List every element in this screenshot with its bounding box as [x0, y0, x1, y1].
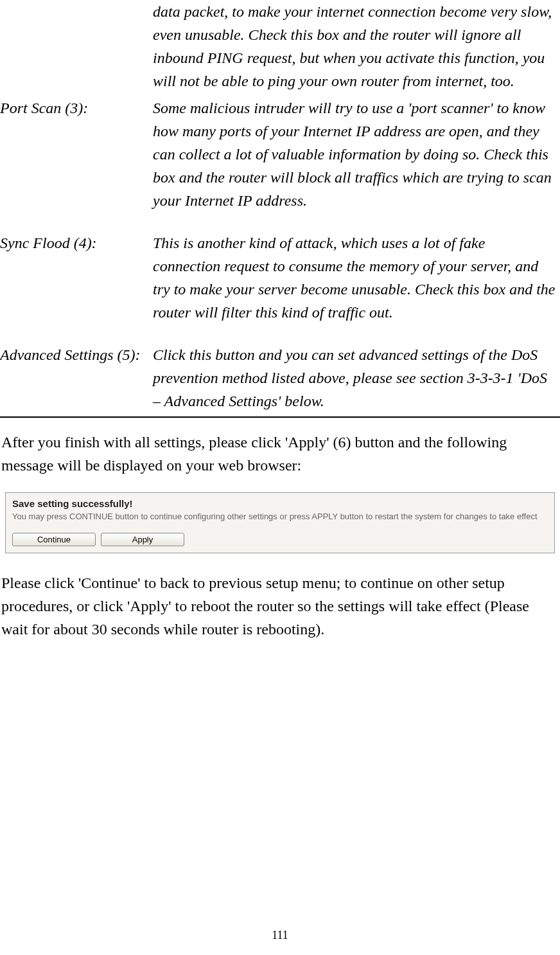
paragraph-continue-apply: Please click 'Continue' to back to previ…	[0, 571, 560, 641]
definition-desc-port-scan: Some malicious intruder will try to use …	[153, 96, 560, 212]
definition-desc-advanced: Click this button and you can set advanc…	[153, 343, 560, 413]
apply-button[interactable]: Apply	[101, 533, 184, 546]
dialog-text: You may press CONTINUE button to continu…	[12, 512, 548, 522]
definition-label-sync-flood: Sync Flood (4):	[0, 231, 153, 254]
definitions-table: data packet, to make your internet conne…	[0, 0, 560, 413]
save-settings-dialog: Save setting successfully! You may press…	[5, 492, 555, 553]
dialog-button-row: Continue Apply	[12, 533, 548, 546]
definition-label-port-scan: Port Scan (3):	[0, 96, 153, 120]
definition-row: Advanced Settings (5): Click this button…	[0, 343, 560, 413]
page-number: 111	[0, 929, 560, 942]
definition-desc-unlabeled: data packet, to make your internet conne…	[153, 0, 560, 93]
definition-desc-sync-flood: This is another kind of attack, which us…	[153, 231, 560, 324]
dialog-title: Save setting successfully!	[12, 498, 548, 509]
definition-row: data packet, to make your internet conne…	[0, 0, 560, 93]
horizontal-divider	[0, 416, 560, 418]
paragraph-after-settings: After you finish with all settings, plea…	[0, 431, 560, 477]
definition-row: Port Scan (3): Some malicious intruder w…	[0, 96, 560, 212]
definition-label-advanced: Advanced Settings (5):	[0, 343, 153, 366]
continue-button[interactable]: Continue	[12, 533, 96, 546]
definition-row: Sync Flood (4): This is another kind of …	[0, 231, 560, 324]
